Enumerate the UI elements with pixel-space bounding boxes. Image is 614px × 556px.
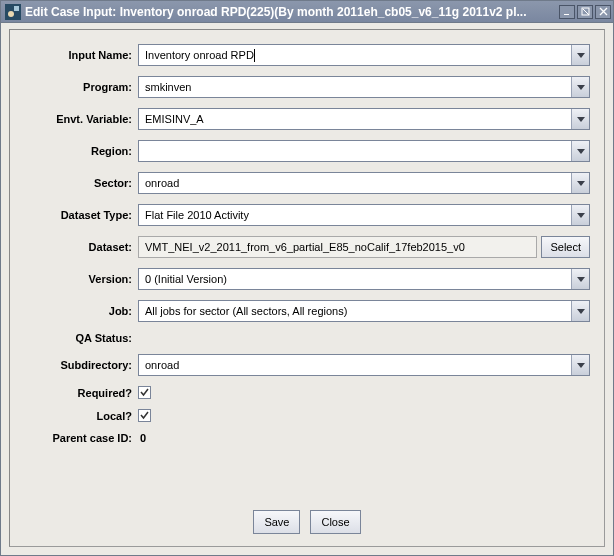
label-version: Version: [24,273,132,285]
app-icon [5,4,21,20]
dialog-window: Edit Case Input: Inventory onroad RPD(22… [0,0,614,556]
window-controls [559,5,611,19]
program-value: smkinven [139,77,571,97]
check-icon [139,410,150,421]
chevron-down-icon[interactable] [571,301,589,321]
label-input-name: Input Name: [24,49,132,61]
label-dataset: Dataset: [24,241,132,253]
envt-variable-field[interactable]: EMISINV_A [138,108,590,130]
local-checkbox[interactable] [138,409,151,422]
dataset-value: VMT_NEI_v2_2011_from_v6_partial_E85_noCa… [145,241,465,253]
job-field[interactable]: All jobs for sector (All sectors, All re… [138,300,590,322]
minimize-button[interactable] [559,5,575,19]
sector-value: onroad [139,173,571,193]
svg-rect-3 [564,14,569,15]
chevron-down-icon[interactable] [571,109,589,129]
input-name-field[interactable]: Inventory onroad RPD [138,44,590,66]
version-value: 0 (Initial Version) [139,269,571,289]
label-sector: Sector: [24,177,132,189]
label-local: Local? [24,410,132,422]
label-envt-variable: Envt. Variable: [24,113,132,125]
envt-variable-value: EMISINV_A [139,109,571,129]
label-qa-status: QA Status: [24,332,132,344]
svg-rect-2 [14,6,19,11]
required-checkbox[interactable] [138,386,151,399]
window-title: Edit Case Input: Inventory onroad RPD(22… [25,5,559,19]
label-required: Required? [24,387,132,399]
chevron-down-icon[interactable] [571,173,589,193]
region-field[interactable] [138,140,590,162]
maximize-button[interactable] [577,5,593,19]
sector-field[interactable]: onroad [138,172,590,194]
job-value: All jobs for sector (All sectors, All re… [139,301,571,321]
label-job: Job: [24,305,132,317]
chevron-down-icon[interactable] [571,355,589,375]
close-button[interactable]: Close [310,510,360,534]
input-name-value: Inventory onroad RPD [145,49,254,61]
subdirectory-field[interactable]: onroad [138,354,590,376]
select-button[interactable]: Select [541,236,590,258]
dataset-type-value: Flat File 2010 Activity [139,205,571,225]
label-subdirectory: Subdirectory: [24,359,132,371]
chevron-down-icon[interactable] [571,77,589,97]
parent-case-id-value: 0 [138,432,146,444]
program-field[interactable]: smkinven [138,76,590,98]
dialog-content: Input Name: Inventory onroad RPD Program… [9,29,605,547]
subdirectory-value: onroad [139,355,571,375]
chevron-down-icon[interactable] [571,205,589,225]
titlebar: Edit Case Input: Inventory onroad RPD(22… [1,1,613,23]
text-cursor [254,49,255,62]
label-program: Program: [24,81,132,93]
label-dataset-type: Dataset Type: [24,209,132,221]
chevron-down-icon[interactable] [571,269,589,289]
close-window-button[interactable] [595,5,611,19]
dataset-type-field[interactable]: Flat File 2010 Activity [138,204,590,226]
check-icon [139,387,150,398]
region-value [139,141,571,161]
chevron-down-icon[interactable] [571,45,589,65]
label-region: Region: [24,145,132,157]
save-button[interactable]: Save [253,510,300,534]
svg-point-1 [8,11,14,17]
dataset-field: VMT_NEI_v2_2011_from_v6_partial_E85_noCa… [138,236,537,258]
label-parent-case-id: Parent case ID: [24,432,132,444]
chevron-down-icon[interactable] [571,141,589,161]
version-field[interactable]: 0 (Initial Version) [138,268,590,290]
button-row: Save Close [10,510,604,534]
form: Input Name: Inventory onroad RPD Program… [24,44,590,444]
